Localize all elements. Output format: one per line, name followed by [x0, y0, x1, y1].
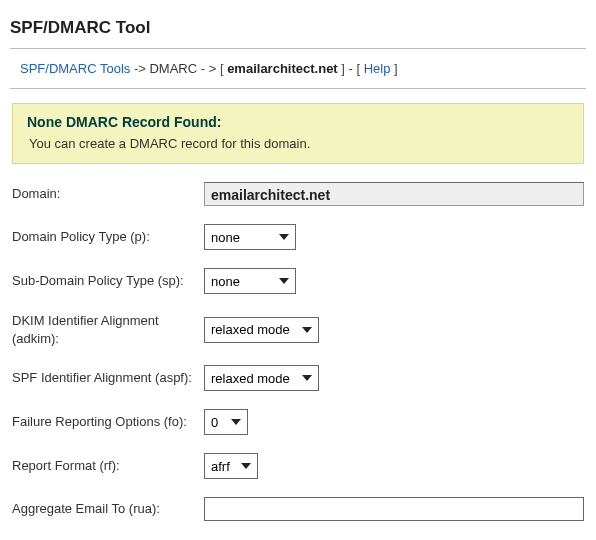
row-rua: Aggregate Email To (rua): — [12, 497, 584, 521]
page-title: SPF/DMARC Tool — [10, 18, 586, 38]
row-policy-sp: Sub-Domain Policy Type (sp): none — [12, 268, 584, 294]
notice-title: None DMARC Record Found: — [27, 114, 569, 130]
label-rua: Aggregate Email To (rua): — [12, 500, 204, 518]
dmarc-form: Domain: emailarchitect.net Domain Policy… — [10, 182, 586, 521]
select-rf[interactable]: afrf — [204, 453, 258, 479]
breadcrumb-domain: emailarchitect.net — [227, 61, 338, 76]
select-policy-p[interactable]: none — [204, 224, 296, 250]
notice-body: You can create a DMARC record for this d… — [27, 136, 569, 151]
breadcrumb-root-link[interactable]: SPF/DMARC Tools — [20, 61, 130, 76]
breadcrumb: SPF/DMARC Tools -> DMARC - > [ emailarch… — [10, 49, 586, 88]
label-domain: Domain: — [12, 185, 204, 203]
label-aspf: SPF Identifier Alignment (aspf): — [12, 369, 204, 387]
label-rf: Report Format (rf): — [12, 457, 204, 475]
select-fo[interactable]: 0 — [204, 409, 248, 435]
row-fo: Failure Reporting Options (fo): 0 — [12, 409, 584, 435]
domain-display: emailarchitect.net — [204, 182, 584, 206]
label-fo: Failure Reporting Options (fo): — [12, 413, 204, 431]
input-rua[interactable] — [204, 497, 584, 521]
row-domain: Domain: emailarchitect.net — [12, 182, 584, 206]
breadcrumb-sep: ] — [394, 61, 398, 76]
select-policy-sp[interactable]: none — [204, 268, 296, 294]
row-rf: Report Format (rf): afrf — [12, 453, 584, 479]
breadcrumb-help-link[interactable]: Help — [364, 61, 391, 76]
select-aspf[interactable]: relaxed mode — [204, 365, 319, 391]
label-adkim: DKIM Identifier Alignment (adkim): — [12, 312, 204, 347]
breadcrumb-item-dmarc: DMARC — [149, 61, 197, 76]
label-policy-p: Domain Policy Type (p): — [12, 228, 204, 246]
row-adkim: DKIM Identifier Alignment (adkim): relax… — [12, 312, 584, 347]
divider-breadcrumb — [10, 88, 586, 89]
select-adkim[interactable]: relaxed mode — [204, 317, 319, 343]
row-policy-p: Domain Policy Type (p): none — [12, 224, 584, 250]
breadcrumb-sep: - > [ — [201, 61, 227, 76]
breadcrumb-sep: -> — [134, 61, 150, 76]
notice-box: None DMARC Record Found: You can create … — [12, 103, 584, 164]
row-aspf: SPF Identifier Alignment (aspf): relaxed… — [12, 365, 584, 391]
label-policy-sp: Sub-Domain Policy Type (sp): — [12, 272, 204, 290]
breadcrumb-sep: ] - [ — [341, 61, 363, 76]
